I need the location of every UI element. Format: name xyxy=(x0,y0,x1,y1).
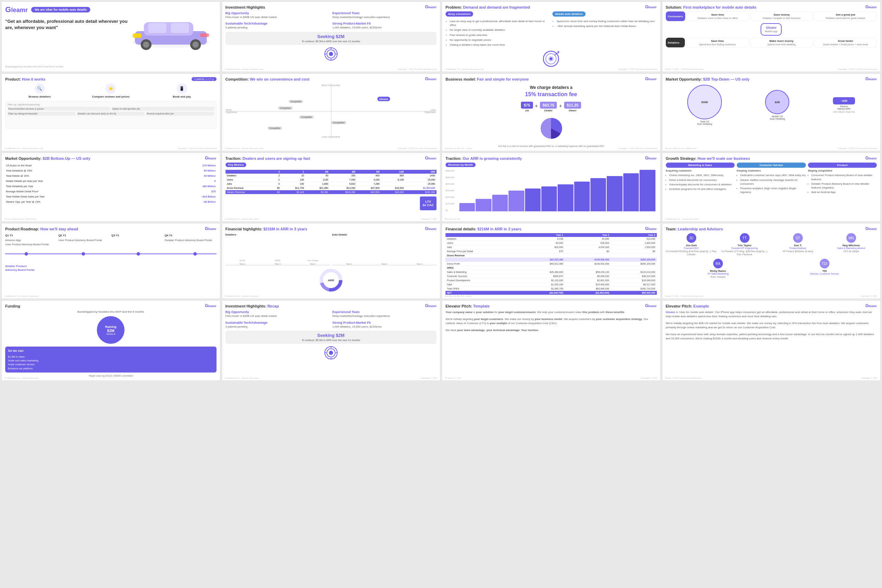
market-value-3: 6 xyxy=(159,179,216,183)
mobile-us-circle: $2B xyxy=(765,90,789,114)
team-desc-1: Co-Founder (CTO-Eng. @AirTone (acqd by..… xyxy=(719,250,770,256)
team-desc-0: Co-Founder/CEO/Eng @ AirTone (acqd by...… xyxy=(666,250,717,256)
slide-competition: Gleamr Competition: We win on convenienc… xyxy=(222,74,441,151)
funding-desc: Bootstrapped by founders thru MVP and fi… xyxy=(5,310,216,314)
bar-oct xyxy=(607,176,622,212)
slide-logo: Gleamr xyxy=(645,156,657,160)
roadmap-q2-label: Q2 Y1 xyxy=(58,234,110,237)
slide-logo: Gleamr xyxy=(645,226,657,231)
slide-logo: Gleamr xyxy=(205,76,216,81)
team-desc-2: VP Product @Gleamr @.xarcy xyxy=(772,250,824,253)
fin-chart-title: Detailers xyxy=(225,233,330,236)
slide-logo: Gleamr xyxy=(866,4,877,9)
roadmap-timeline xyxy=(5,250,216,257)
dot-q3 xyxy=(136,252,140,256)
recap-item-0: Big Opportunity First-mover in $30B US a… xyxy=(225,310,330,318)
growth-col-cs: Customer Service Keeping customers Dedic… xyxy=(737,163,806,194)
price-row: $75 Job + $63.75 Detailer + $11.25 Gleam… xyxy=(446,102,657,112)
save-time-detailer: Save time Spend less time finding custom… xyxy=(686,38,749,47)
problem-boxes: Busy consumers Lack an easy way to get a… xyxy=(446,11,657,47)
team-name-3: Neg Mitchum xyxy=(826,244,877,247)
fin-row-jobs: Jobs800,0004,000,0001,500,000 xyxy=(446,245,657,249)
fin-row-cs: Customer Success$990,870$5,000,030$38,01… xyxy=(446,274,657,278)
slide-logo: Gleamr xyxy=(205,226,216,231)
market-table: US Autos on the Road 270 Million Total D… xyxy=(5,163,216,205)
slide-logo: Gleamr xyxy=(425,226,436,231)
footer: Confidential: For...investor discussion xyxy=(225,295,438,297)
dot-q4 xyxy=(194,252,197,256)
avatar-3: MN xyxy=(846,233,856,243)
footer: Global: © 2021... First-Day Developments… xyxy=(665,68,878,70)
make-more-money: Make more money Spend more time detailin… xyxy=(750,38,813,47)
price-box-detailer: $63.75 xyxy=(540,102,557,109)
team-name-4: Ricky Ramo xyxy=(666,270,770,273)
slide-financial-highlights: Gleamr Financial highlights: $216M in AR… xyxy=(222,223,441,299)
consumers-label: Consumers xyxy=(666,11,685,21)
marketing-item-2: Volume/loyalty discounts for consumers &… xyxy=(669,183,735,186)
step-label-1: Compare reviews and prices xyxy=(76,95,146,98)
fin-row-detailers: Detailers6,03840,860910,090 xyxy=(446,237,657,241)
seeking-amount: Seeking $2M xyxy=(228,34,435,39)
fin-row-total-opex: Total OPEX$2,985,705$82,806,000$180,720,… xyxy=(446,287,657,291)
footer: Confidential: For...investor discussion … xyxy=(445,68,657,70)
price-label-detailer: Detailer xyxy=(540,109,557,112)
so-we-can-box: So we can: $1.5M in sales Scale and sale… xyxy=(5,346,216,372)
mobile-us-label: Mobile USAuto Detailing xyxy=(765,115,789,120)
detailer-item-1: ~$1K annual marketing spend per the Nati… xyxy=(556,24,657,28)
svg-point-8 xyxy=(192,42,198,48)
fin-arr-y2: Year 2 xyxy=(368,262,402,265)
highlight-item-2: Sustainable Tech/Advantage 3 patents pen… xyxy=(225,22,330,29)
cover-footer: Bootstrapped by founders thru MVP and fi… xyxy=(5,65,216,68)
slide-elevator-example: Gleamr Elevator Pitch: Example Gleamr is… xyxy=(662,300,881,381)
fee-display: We charge detailers a15% transaction fee xyxy=(446,85,657,98)
slide-title: Team: Leadership and Advisors xyxy=(666,227,877,231)
slide-title: Traction: Our ARR is growing consistentl… xyxy=(446,156,657,160)
gleamr-arr-badge: ~$2B xyxy=(833,97,855,105)
bar-jun xyxy=(541,186,557,212)
problem-col-consumers: Busy consumers Lack an easy way to get a… xyxy=(446,11,550,47)
fin-row-ga: G&A$1,030,180$15,400,000$8,317,000 xyxy=(446,283,657,287)
seeking-box: Seeking $2M To achieve: $5.5M in ARR ove… xyxy=(225,32,437,45)
bar-apr xyxy=(508,190,524,212)
ltv-cac-badge: LTV5x CAC xyxy=(420,196,436,210)
market-row-2: Total Mobile @ 33% 30 Million xyxy=(6,174,216,178)
product-items: Consumer Product Advisory Board of new d… xyxy=(808,173,877,194)
roadmap-q4-item0: Detailer Product Advisory Board Portal xyxy=(165,238,216,242)
footer: Business by Jon Doh...source Copyright: … xyxy=(445,147,657,149)
slide-title: Market Opportunity: $2B Top-Down — US on… xyxy=(666,77,877,81)
market-value-0: 270 Million xyxy=(159,163,216,168)
marketing-subheader: Acquiring customers xyxy=(666,169,735,172)
team-name-0: Jon Doh xyxy=(666,244,717,247)
product-steps: 🔍 Browse detailers ⭐ Compare reviews and… xyxy=(5,83,216,98)
footer: Source: National Auto Detail Assoc. xyxy=(4,218,217,220)
bar-nov xyxy=(623,173,639,212)
dot-q2 xyxy=(82,252,85,256)
recap-title-3: Strong Product-Market Fit xyxy=(332,321,436,324)
fin-arr-bars: Year 1 Year 2 Year 3 xyxy=(332,238,436,265)
competition-chart: More Convenient Less Convenient MoreExpe… xyxy=(225,83,437,139)
market-value-4: 180 Million xyxy=(159,184,216,189)
slide-logo: Gleamr xyxy=(205,156,216,160)
equals-sign: + xyxy=(535,102,538,112)
growth-cols: Marketing & Sales Acquiring customers On… xyxy=(666,163,877,194)
bar-may xyxy=(525,189,541,212)
roadmap-q2: Q2 Y1 User Product Advisory Board Portal xyxy=(58,234,110,246)
bar-sep xyxy=(590,178,606,212)
gleamr-arr-label: GleamrMarket ARR xyxy=(833,105,855,110)
footer: Confidential: For...investor discussion xyxy=(4,295,217,297)
fin-highlights-chart: Detailers $120k Year 1 $280k Year 2 Auto… xyxy=(225,233,437,265)
slide-logo: Gleamr xyxy=(866,226,877,231)
roadmap-q1: Q1 Y1 Amazon App User Product Advisory B… xyxy=(5,234,57,246)
slide-logo: Gleamr xyxy=(425,76,436,81)
filter-row: Recommended services & prices Option to … xyxy=(8,107,214,111)
compare-icon: ⭐ xyxy=(105,83,116,94)
price-amount-gleamr: $11.25 xyxy=(567,103,579,107)
slide-title: Elevator Pitch: Template xyxy=(446,304,657,308)
busy-consumers-header: Busy consumers xyxy=(446,11,473,16)
market-label-7: Gleamr Opp. per Year @ 15% xyxy=(6,200,158,204)
fin-chart-left: Detailers $120k Year 1 $280k Year 2 Auto… xyxy=(225,233,330,265)
so-we-can-title: So we can: xyxy=(8,349,214,354)
market-label-5: Average Mobile Detail Price* xyxy=(6,189,158,194)
slide-solution: Gleamr Solution: First marketplace for m… xyxy=(662,2,881,72)
marketing-item-0: Online marketing inc. SEM, SEO, SMA earl… xyxy=(669,173,735,177)
